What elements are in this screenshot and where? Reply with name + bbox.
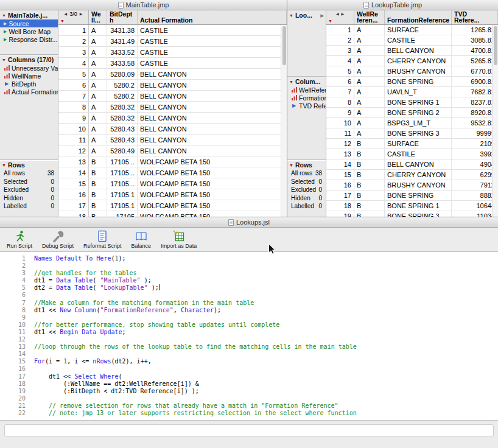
- wellname-cell[interactable]: A: [89, 91, 107, 101]
- scroll-right-icon[interactable]: ▶: [80, 12, 83, 16]
- bitdepth-cell[interactable]: 5280.09: [107, 69, 138, 79]
- wellname-cell[interactable]: B: [89, 156, 107, 167]
- formationreference-cell[interactable]: BRUSHY CANYON: [385, 180, 452, 190]
- wellreference-cell[interactable]: A: [354, 128, 385, 138]
- row-number-cell[interactable]: 2: [58, 36, 89, 46]
- wellname-cell[interactable]: A: [89, 47, 107, 57]
- scroll-left-icon[interactable]: ◀: [65, 12, 68, 16]
- wellreference-cell[interactable]: B: [354, 139, 385, 149]
- tvdreference-cell[interactable]: 5265.82: [452, 56, 498, 66]
- row-number-cell[interactable]: 14: [58, 167, 89, 178]
- red-triangle-menu-icon[interactable]: ▼: [2, 58, 6, 62]
- wellreference-cell[interactable]: B: [354, 201, 385, 211]
- actual-formation-cell[interactable]: WOLFCAMP BETA 150: [138, 167, 287, 178]
- actual-formation-cell[interactable]: WOLFCAMP BETA 150: [138, 156, 287, 167]
- table-row[interactable]: 13B17105...WOLFCAMP BETA 150: [58, 156, 287, 167]
- code-line[interactable]: 4dt1 = Data Table( "MainTable" );: [0, 277, 498, 284]
- actual-formation-cell[interactable]: CASTILE: [138, 25, 287, 35]
- tvdreference-cell[interactable]: 7682.82: [452, 87, 498, 97]
- actual-formation-cell[interactable]: WOLFCAMP BETA 150: [138, 211, 287, 217]
- actual-formation-cell[interactable]: BELL CANYON: [138, 102, 287, 112]
- code-line[interactable]: 11dt1 << Begin Data Update;: [0, 329, 498, 336]
- formationreference-cell[interactable]: BONE SPRING 3: [385, 211, 452, 217]
- column-item-wellname[interactable]: WellName: [0, 72, 58, 80]
- wellreference-cell[interactable]: A: [354, 118, 385, 128]
- row-number-cell[interactable]: 15: [58, 178, 89, 189]
- row-number-cell[interactable]: 4: [58, 58, 89, 68]
- table-row[interactable]: 12BSURFACE2109: [326, 139, 498, 149]
- formationreference-cell[interactable]: BRUSHY CANYON: [385, 66, 452, 76]
- script-titlebar[interactable]: Lookups.jsl: [0, 217, 498, 228]
- row-number-cell[interactable]: 16: [58, 189, 89, 200]
- formationreference-cell[interactable]: BSPG3_LM_T: [385, 118, 452, 128]
- tvdreference-cell[interactable]: 9532.82: [452, 118, 498, 128]
- column-item-actual-formation[interactable]: Actual Formation: [0, 88, 58, 96]
- column-header-actual-formation[interactable]: Actual Formation: [138, 10, 287, 24]
- code-line[interactable]: 10//for better performance, stop showing…: [0, 321, 498, 329]
- bitdepth-cell[interactable]: 5280.43: [107, 124, 138, 134]
- bitdepth-cell[interactable]: 5280.43: [107, 135, 138, 145]
- bitdepth-cell[interactable]: 17105...: [107, 167, 138, 178]
- table-row[interactable]: 17BBONE SPRING8882: [326, 191, 498, 201]
- table-row[interactable]: 10ABSPG3_LM_T9532.82: [326, 118, 498, 128]
- column-header-tvdreference[interactable]: TVD Refere...: [452, 10, 498, 24]
- wellreference-cell[interactable]: A: [354, 87, 385, 97]
- row-number-cell[interactable]: 12: [326, 139, 354, 149]
- row-number-cell[interactable]: 12: [58, 145, 89, 156]
- wellname-cell[interactable]: B: [89, 167, 107, 178]
- bitdepth-cell[interactable]: 17105: [107, 211, 138, 217]
- column-header-bitdepth[interactable]: BitDept h: [107, 10, 138, 24]
- wellreference-cell[interactable]: A: [354, 66, 385, 76]
- actual-formation-cell[interactable]: CASTILE: [138, 58, 287, 68]
- row-number-cell[interactable]: 13: [58, 156, 89, 167]
- balance-button[interactable]: Balance: [127, 229, 156, 250]
- wellname-cell[interactable]: A: [89, 102, 107, 112]
- tvdreference-cell[interactable]: 99999: [452, 128, 498, 138]
- sidebar-item-source[interactable]: ▶Source: [0, 19, 58, 27]
- wellreference-cell[interactable]: B: [354, 191, 385, 200]
- red-triangle-menu-icon[interactable]: ▼: [289, 13, 293, 18]
- wellreference-cell[interactable]: A: [354, 108, 385, 117]
- table-row[interactable]: 17B17105.1WOLFCAMP BETA 150: [58, 200, 287, 211]
- wellname-cell[interactable]: A: [89, 69, 107, 79]
- table-row[interactable]: 7A5280.2BELL CANYON: [58, 91, 287, 102]
- wellname-cell[interactable]: A: [89, 113, 107, 123]
- actual-formation-cell[interactable]: BELL CANYON: [138, 80, 287, 90]
- tvdreference-cell[interactable]: 10644: [452, 201, 498, 211]
- table-row[interactable]: 6A5280.2BELL CANYON: [58, 80, 287, 91]
- row-number-cell[interactable]: 3: [58, 47, 89, 57]
- table-row[interactable]: 15BCHERRY CANYON6299: [326, 170, 498, 180]
- tvdreference-cell[interactable]: 7912: [452, 180, 498, 190]
- row-number-cell[interactable]: 9: [58, 113, 89, 123]
- wellname-cell[interactable]: A: [89, 124, 107, 134]
- table-row[interactable]: 9ABONE SPRING 28920.82: [326, 108, 498, 118]
- code-line[interactable]: 20: [0, 395, 498, 402]
- row-number-cell[interactable]: 3: [326, 46, 354, 55]
- tvdreference-cell[interactable]: 8920.82: [452, 108, 498, 117]
- table-row[interactable]: 1A3431.38CASTILE: [58, 25, 287, 36]
- wellreference-cell[interactable]: A: [354, 97, 385, 107]
- code-line[interactable]: 6: [0, 292, 498, 299]
- row-number-cell[interactable]: 10: [326, 118, 354, 128]
- table-row[interactable]: 16B17105.1WOLFCAMP BETA 150: [58, 189, 287, 200]
- columns-panel-header[interactable]: ▼ Columns (17/0): [0, 55, 58, 64]
- code-line[interactable]: 12: [0, 336, 498, 343]
- bitdepth-cell[interactable]: 3433.52: [107, 47, 138, 57]
- wellname-cell[interactable]: B: [89, 178, 107, 189]
- bitdepth-cell[interactable]: 3433.58: [107, 58, 138, 68]
- red-triangle-menu-icon[interactable]: ▼: [289, 80, 293, 84]
- formationreference-cell[interactable]: CHERRY CANYON: [385, 170, 452, 180]
- table-row[interactable]: 19BBONE SPRING 311034: [326, 211, 498, 217]
- code-line[interactable]: 5dt2 = Data Table( "LookupTable" );: [0, 284, 498, 292]
- bitdepth-cell[interactable]: 3431.38: [107, 25, 138, 35]
- actual-formation-cell[interactable]: BELL CANYON: [138, 145, 287, 156]
- code-line[interactable]: 15For(i = 1, i <= nRows(dt2), i++,: [0, 358, 498, 365]
- formationreference-cell[interactable]: CHERRY CANYON: [385, 56, 452, 66]
- bitdepth-cell[interactable]: 17105...: [107, 156, 138, 167]
- row-number-cell[interactable]: 14: [326, 159, 354, 169]
- tvdreference-cell[interactable]: 3992: [452, 149, 498, 159]
- bitdepth-cell[interactable]: 5280.2: [107, 80, 138, 90]
- sidebar-item-well-bore-map[interactable]: ▶Well Bore Map: [0, 27, 58, 35]
- row-number-cell[interactable]: 6: [58, 80, 89, 90]
- tvdreference-cell[interactable]: 6299: [452, 170, 498, 180]
